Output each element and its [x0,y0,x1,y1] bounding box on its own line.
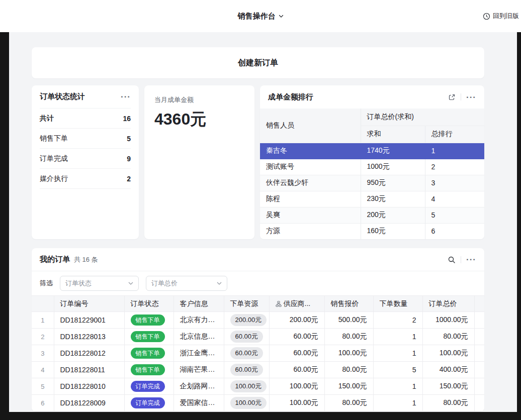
create-order-button[interactable]: 创建新订单 [32,47,484,78]
row-index: 1 [32,312,54,329]
resource-tag: 60.00元 [230,364,264,376]
order-row[interactable]: 2 DD181228013 销售下单 北京信息大... 60.00元 60.00… [32,329,484,345]
resource-tag: 100.00元 [230,380,267,392]
row-index: 4 [32,362,54,378]
ranking-row[interactable]: 方源 160元 6 [260,223,484,239]
order-row[interactable]: 5 DD181228010 订单完成 企划路网络... 100.00元 100.… [32,378,484,395]
back-to-old-version-label: 回到旧版 [493,12,519,21]
total-cell: 80.00元 [422,329,474,345]
topbar: 销售操作台 回到旧版 [0,0,521,32]
more-menu-button[interactable]: ··· [466,93,476,101]
quote-cell: 80.00元 [324,362,373,378]
status-cell: 订单完成 [124,378,173,395]
tail-cell [474,329,484,345]
quote-cell: 150.00元 [324,378,373,395]
rank-cell: 2 [425,159,484,175]
summary-cards-row: 订单状态统计 ··· 共计 16 销售下单 5 订单完成 9 媒介执行 2 当月… [32,85,484,239]
col-header-rank: 总排行 [425,126,484,143]
search-button[interactable] [448,256,456,264]
stat-label: 订单完成 [40,154,68,163]
resource-cell: 60.00元 [224,329,269,345]
ranking-row[interactable]: 陈程 230元 4 [260,191,484,207]
tail-cell [474,378,484,395]
amount-cell: 230元 [361,191,425,207]
qty-cell: 1 [373,345,422,362]
filter-label: 筛选 [40,279,53,288]
col-header-order-no: 订单编号 [54,296,124,312]
ranking-row[interactable]: 伙伴云魏少轩 950元 3 [260,175,484,191]
tail-cell [474,395,484,411]
qty-cell: 1 [373,378,422,395]
ranking-row[interactable]: 秦吉冬 1740元 1 [260,143,484,159]
rank-cell: 4 [425,191,484,207]
order-row[interactable]: 4 DD181228011 销售下单 湖南芒果娱... 60.00元 60.00… [32,362,484,378]
total-cell: 150.00元 [422,378,474,395]
amount-cell: 950元 [361,175,425,191]
supplier-cell: 100.00元 [269,395,324,411]
back-to-old-version-link[interactable]: 回到旧版 [483,0,519,32]
divider [461,256,461,263]
ranking-card-title: 成单金额排行 [268,92,313,102]
ranking-row[interactable]: 测试账号 1000元 2 [260,159,484,175]
my-orders-card: 我的订单 共 16 条 ··· 筛选 订单状态 订单总价 [32,248,484,411]
order-total-filter-select[interactable]: 订单总价 [146,276,227,291]
chevron-down-icon [128,282,133,285]
qty-cell: 1 [373,329,422,345]
person-cell: 秦吉冬 [260,143,361,159]
dashboard: 创建新订单 订单状态统计 ··· 共计 16 销售下单 5 订单完成 9 媒介执… [9,32,517,412]
orders-card-title: 我的订单 [40,255,70,264]
status-cell: 销售下单 [124,329,173,345]
order-row[interactable]: 3 DD181228012 销售下单 浙江金鹰卡... 60.00元 60.00… [32,345,484,362]
row-index: 6 [32,395,54,411]
history-icon [483,13,490,20]
order-row[interactable]: 1 DD181229001 销售下单 北京有力量... 200.00元 200.… [32,312,484,329]
chevron-down-icon [279,15,284,18]
col-header-status: 订单状态 [124,296,173,312]
status-cell: 销售下单 [124,345,173,362]
total-cell: 80.00元 [422,395,474,411]
index-column-header [32,296,54,312]
order-row[interactable]: 6 DD181228009 订单完成 爱国家信息... 100.00元 100.… [32,395,484,411]
more-menu-button[interactable]: ··· [466,255,476,264]
resource-cell: 100.00元 [224,378,269,395]
status-card-title: 订单状态统计 [40,92,85,101]
person-cell: 伙伴云魏少轩 [260,175,361,191]
stat-row: 销售下单 5 [40,129,131,149]
supplier-cell: 60.00元 [269,362,324,378]
stat-row: 媒介执行 2 [40,169,131,189]
status-badge: 销售下单 [131,348,165,359]
col-header-person: 销售人员 [260,109,361,143]
orders-table: 订单编号 订单状态 客户信息 下单资源 供应商... 销售报价 下单数量 订单总… [32,295,484,411]
col-header-customer: 客户信息 [173,296,224,312]
rank-cell: 3 [425,175,484,191]
amount-cell: 1740元 [361,143,425,159]
col-header-group: 订单总价(求和) [361,109,484,126]
stat-label: 媒介执行 [40,174,68,183]
qty-cell: 5 [373,362,422,378]
status-cell: 销售下单 [124,312,173,329]
more-menu-button[interactable]: ··· [121,92,131,101]
stat-value: 16 [123,115,131,123]
col-header-sum: 求和 [361,126,425,143]
resource-tag: 60.00元 [230,331,264,343]
app-title-dropdown[interactable]: 销售操作台 [238,12,284,21]
person-cell: 陈程 [260,191,361,207]
quote-cell: 80.00元 [324,395,373,411]
stat-value: 5 [127,135,131,143]
stat-label: 共计 [40,114,54,123]
tail-cell [474,362,484,378]
create-order-label: 创建新订单 [238,58,278,68]
order-total-filter-placeholder: 订单总价 [151,279,178,288]
resource-cell: 100.00元 [224,395,269,411]
quote-cell: 100.00元 [324,345,373,362]
col-header-supplier: 供应商... [269,296,324,312]
export-button[interactable] [448,93,456,101]
ranking-row[interactable]: 吴爽 200元 5 [260,207,484,223]
export-icon [448,93,456,101]
status-badge: 销售下单 [131,331,165,342]
row-index: 2 [32,329,54,345]
supplier-cell: 200.00元 [269,312,324,329]
supplier-cell: 60.00元 [269,345,324,362]
order-status-filter-select[interactable]: 订单状态 [60,276,139,291]
amount-cell: 1000元 [361,159,425,175]
